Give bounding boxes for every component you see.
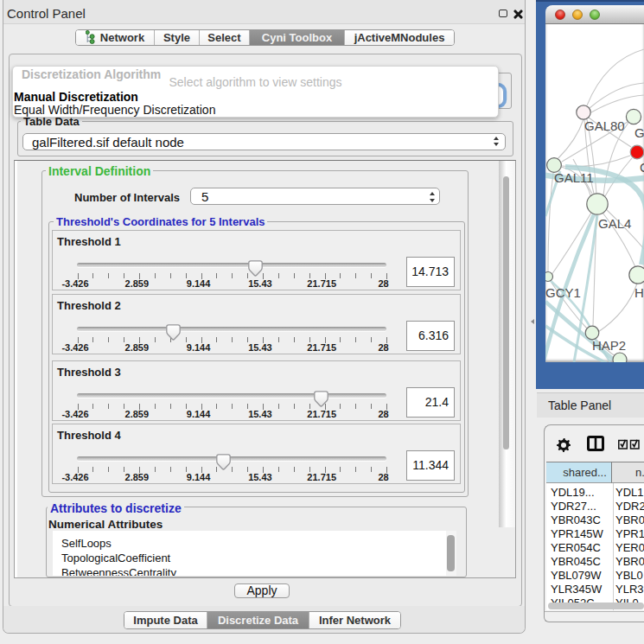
svg-text:GAL80: GAL80 [584,118,625,133]
svg-text:GA: GA [634,125,644,140]
svg-text:GAL4: GAL4 [598,216,631,231]
svg-text:H: H [634,285,644,300]
svg-text:HAP2: HAP2 [592,338,626,353]
svg-text:C: C [640,160,644,175]
svg-text:GAL11: GAL11 [554,170,594,185]
svg-text:GCY1: GCY1 [545,285,581,300]
